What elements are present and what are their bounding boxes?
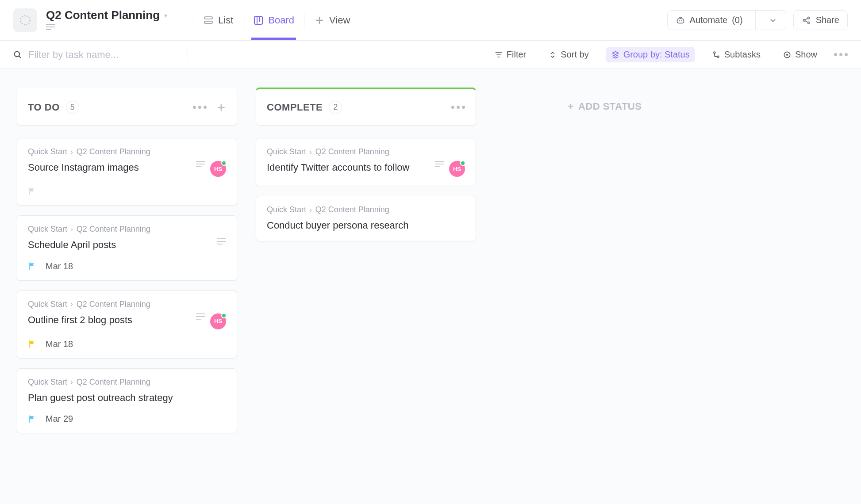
card-title: Plan guest post outreach strategy <box>28 391 226 405</box>
list-avatar <box>13 8 37 32</box>
separator <box>188 49 188 61</box>
breadcrumb-root: Quick Start <box>267 205 306 214</box>
card-title: Schedule April posts <box>28 238 212 252</box>
flag-icon <box>28 261 37 271</box>
card-meta: Mar 18 <box>28 261 226 271</box>
filter-icon <box>494 50 503 59</box>
show-button[interactable]: Show <box>777 47 823 62</box>
share-label: Share <box>816 15 839 25</box>
breadcrumb: Quick Start›Q2 Content Planning <box>28 378 226 387</box>
share-icon <box>802 15 811 25</box>
view-tab-board[interactable]: Board <box>251 1 296 40</box>
show-icon <box>783 50 792 59</box>
assignee-avatar[interactable]: HS <box>449 161 465 177</box>
description-icon[interactable] <box>46 24 167 32</box>
avatar-initials: HS <box>214 166 222 172</box>
breadcrumb-root: Quick Start <box>28 225 67 234</box>
column-count: 5 <box>66 101 79 114</box>
chevron-right-icon: › <box>71 301 73 308</box>
separator <box>360 11 360 29</box>
view-tab-list[interactable]: List <box>201 1 235 40</box>
subtasks-icon <box>712 50 721 59</box>
card-title: Identify Twitter accounts to follow <box>267 161 430 174</box>
breadcrumb-leaf: Q2 Content Planning <box>77 378 150 387</box>
more-button[interactable] <box>834 53 848 56</box>
add-status-button[interactable]: + ADD STATUS <box>495 91 715 122</box>
column-actions <box>193 103 226 112</box>
header-actions: Automate (0) Share <box>667 10 848 30</box>
filter-button[interactable]: Filter <box>489 47 531 62</box>
svg-rect-1 <box>204 17 212 19</box>
search-input[interactable] <box>28 49 179 61</box>
breadcrumb-leaf: Q2 Content Planning <box>77 147 150 157</box>
task-card[interactable]: Quick Start›Q2 Content PlanningPlan gues… <box>17 368 237 434</box>
card-title-row: Outline first 2 blog postsHS <box>28 313 226 329</box>
task-card[interactable]: Quick Start›Q2 Content PlanningConduct b… <box>256 196 476 241</box>
task-card[interactable]: Quick Start›Q2 Content PlanningIdentify … <box>256 138 476 186</box>
group-label: Group by: Status <box>623 50 690 60</box>
presence-indicator <box>460 160 465 166</box>
svg-rect-4 <box>677 19 684 23</box>
task-card[interactable]: Quick Start›Q2 Content PlanningSchedule … <box>17 215 237 281</box>
group-button[interactable]: Group by: Status <box>606 47 695 62</box>
add-status-column: + ADD STATUS <box>495 88 715 485</box>
presence-indicator <box>221 160 227 166</box>
svg-point-14 <box>786 53 788 55</box>
robot-icon <box>676 15 685 25</box>
column-more-button[interactable] <box>451 106 465 109</box>
card-title-row: Plan guest post outreach strategy <box>28 391 226 405</box>
search <box>13 49 188 61</box>
avatar-initials: HS <box>453 166 461 172</box>
task-card[interactable]: Quick Start›Q2 Content PlanningSource In… <box>17 138 237 206</box>
list-placeholder-icon <box>19 14 31 27</box>
breadcrumb-leaf: Q2 Content Planning <box>77 300 150 309</box>
flag-icon <box>28 414 37 424</box>
breadcrumb-root: Quick Start <box>28 300 67 309</box>
card-title-row: Source Instagram imagesHS <box>28 161 226 177</box>
column-todo: TO DO5Quick Start›Q2 Content PlanningSou… <box>17 88 237 485</box>
sort-icon <box>548 50 557 59</box>
automate-label: Automate <box>690 15 728 25</box>
automate-count: (0) <box>732 15 742 25</box>
toolbar: Filter Sort by Group by: Status Subtasks… <box>0 41 861 69</box>
chevron-right-icon: › <box>71 149 73 156</box>
automate-dropdown[interactable] <box>760 11 786 30</box>
header: Q2 Content Planning ▾ List Board View Au <box>0 0 861 41</box>
subtasks-button[interactable]: Subtasks <box>707 47 766 62</box>
task-card[interactable]: Quick Start›Q2 Content PlanningOutline f… <box>17 290 237 359</box>
chevron-right-icon: › <box>310 206 312 214</box>
title-row[interactable]: Q2 Content Planning ▾ <box>46 8 167 22</box>
subtasks-label: Subtasks <box>724 50 761 60</box>
svg-point-0 <box>21 15 30 25</box>
page-title: Q2 Content Planning <box>46 8 160 22</box>
svg-point-9 <box>807 22 809 23</box>
sort-button[interactable]: Sort by <box>543 47 594 62</box>
avatar-initials: HS <box>214 318 222 325</box>
add-view[interactable]: View <box>312 1 352 40</box>
flag-icon <box>28 187 37 196</box>
description-icon <box>435 161 444 167</box>
board: TO DO5Quick Start›Q2 Content PlanningSou… <box>0 69 861 504</box>
automate-button[interactable]: Automate (0) <box>667 10 786 30</box>
breadcrumb: Quick Start›Q2 Content Planning <box>28 147 226 157</box>
column-header: TO DO5 <box>17 88 237 126</box>
svg-rect-3 <box>254 16 262 24</box>
breadcrumb-root: Quick Start <box>267 147 306 157</box>
separator <box>304 11 304 29</box>
breadcrumb: Quick Start›Q2 Content Planning <box>267 205 465 214</box>
share-button[interactable]: Share <box>793 10 848 30</box>
add-card-button[interactable] <box>216 103 226 112</box>
column-title: COMPLETE <box>267 102 323 113</box>
assignee-avatar[interactable]: HS <box>210 161 226 177</box>
plus-icon: + <box>568 101 574 112</box>
separator <box>755 11 756 30</box>
column-title: TO DO <box>28 102 60 113</box>
assignee-avatar[interactable]: HS <box>210 313 226 329</box>
title-dropdown-icon: ▾ <box>164 12 167 19</box>
filter-label: Filter <box>507 50 526 60</box>
column-count: 2 <box>329 101 342 114</box>
card-title-row: Identify Twitter accounts to followHS <box>267 161 465 177</box>
due-date: Mar 18 <box>46 261 73 271</box>
column-more-button[interactable] <box>193 106 207 109</box>
flag-icon <box>28 339 37 349</box>
